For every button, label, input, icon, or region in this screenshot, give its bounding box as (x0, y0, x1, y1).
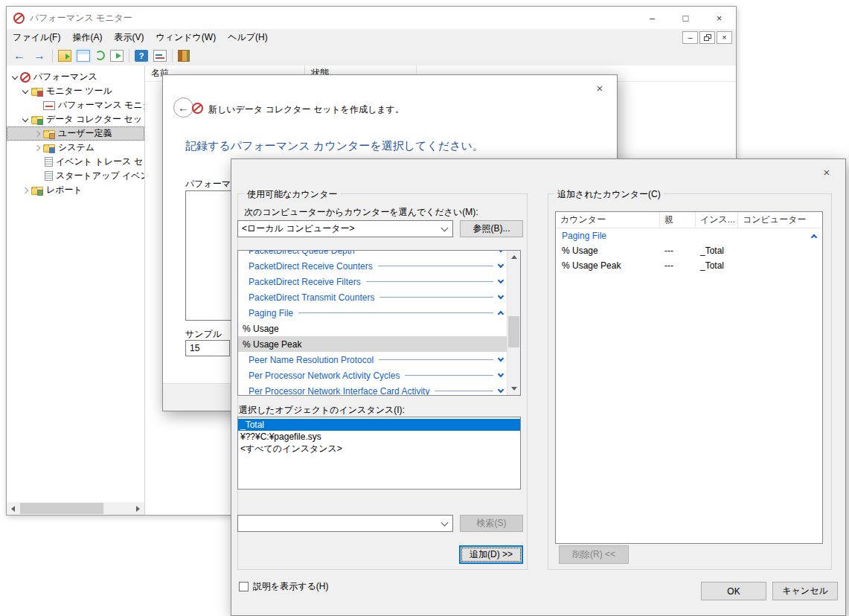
connector-line (366, 281, 493, 282)
menu-view[interactable]: 表示(V) (108, 29, 150, 45)
expand-collapse-icon[interactable] (32, 132, 42, 136)
chevron-down-icon[interactable] (498, 262, 504, 268)
chevron-down-icon[interactable] (498, 251, 504, 252)
counter-group-label: PacketDirect Transmit Counters (249, 292, 374, 303)
tree-item-reports[interactable]: レポート (7, 183, 144, 197)
tree-item-performance-root[interactable]: パフォーマンス (7, 70, 144, 84)
column-header-parent[interactable]: 親 (660, 212, 696, 228)
chevron-down-icon[interactable] (498, 387, 504, 393)
scrollbar-thumb[interactable] (20, 503, 103, 514)
menu-window[interactable]: ウィンドウ(W) (150, 29, 222, 45)
tree-item-startup-event-trace[interactable]: スタートアップ イベント トレ- (7, 169, 144, 183)
expand-collapse-icon[interactable] (20, 90, 31, 93)
maximize-button[interactable]: □ (669, 7, 702, 29)
instance-row-total[interactable]: _Total (238, 419, 520, 431)
expand-collapse-icon[interactable] (20, 118, 31, 121)
mdi-restore-button[interactable] (699, 31, 715, 44)
menu-action[interactable]: 操作(A) (66, 29, 108, 45)
scroll-down-icon[interactable] (507, 382, 520, 395)
counter-group-row[interactable]: PacketDirect Receive Filters (238, 274, 507, 289)
scroll-up-icon[interactable] (507, 251, 520, 263)
expand-collapse-icon[interactable] (10, 76, 20, 79)
checkbox-icon[interactable] (239, 582, 249, 591)
perfmon-logo-icon (20, 72, 31, 83)
column-header-computer[interactable]: コンピューター (738, 212, 822, 228)
save-settings-icon[interactable] (58, 50, 71, 62)
chevron-down-icon[interactable] (498, 293, 504, 299)
export-icon[interactable] (110, 50, 124, 62)
chevron-down-icon[interactable] (498, 277, 504, 283)
added-counters-table[interactable]: カウンター 親 インス... コンピューター Paging File % Usa… (555, 211, 823, 544)
show-description-checkbox[interactable]: 説明を表示する(H) (239, 580, 329, 593)
counter-group-row[interactable]: Peer Name Resolution Protocol (238, 352, 507, 368)
horizontal-scrollbar[interactable] (7, 502, 144, 515)
instance-row-pagefile[interactable]: ¥??¥C:¥pagefile.sys (238, 431, 520, 443)
connector-line (405, 375, 493, 376)
browse-button[interactable]: 参照(B)... (460, 220, 523, 237)
counter-row-usage[interactable]: % Usage (238, 321, 507, 336)
cancel-button[interactable]: キャンセル (772, 582, 838, 600)
counter-group-row[interactable]: PacketDirect Queue Depth (238, 251, 507, 258)
counter-group-row[interactable]: PacketDirect Transmit Counters (238, 289, 507, 305)
refresh-icon[interactable] (95, 51, 105, 60)
tree-item-event-trace-sessions[interactable]: イベント トレース セッション (7, 155, 144, 169)
connector-line (298, 312, 493, 313)
chevron-up-icon[interactable] (811, 234, 817, 239)
column-header-instance[interactable]: インス... (696, 212, 738, 228)
vertical-scrollbar[interactable] (507, 251, 520, 395)
sample-interval-input[interactable]: 15 (185, 340, 230, 356)
table-row-paging-file[interactable]: Paging File (556, 228, 822, 243)
chevron-up-icon[interactable] (498, 311, 504, 317)
table-row-usage-peak[interactable]: % Usage Peak --- _Total (556, 258, 822, 273)
add-counters-dialog: × 使用可能なカウンター 追加されたカウンター(C) 次のコンピューターからカウ… (231, 158, 846, 616)
connector-line (379, 359, 493, 360)
back-icon[interactable]: ← (12, 49, 27, 62)
tree-item-monitor-tools[interactable]: モニター ツール (7, 84, 144, 98)
toolbar: ← → ? (7, 45, 736, 66)
column-header-counter[interactable]: カウンター (556, 212, 660, 228)
computer-combobox[interactable]: <ローカル コンピューター> (237, 220, 453, 237)
search-button[interactable]: 検索(S) (460, 515, 523, 532)
table-row-usage[interactable]: % Usage --- _Total (556, 243, 822, 258)
expand-collapse-icon[interactable] (20, 188, 31, 193)
mdi-minimize-button[interactable]: – (682, 31, 698, 44)
mdi-close-button[interactable]: × (717, 31, 732, 44)
chevron-down-icon[interactable] (441, 224, 449, 231)
instance-search-combobox[interactable] (237, 515, 453, 532)
back-button[interactable]: ← (173, 97, 193, 118)
computer-combobox-value: <ローカル コンピューター> (242, 222, 355, 235)
chevron-down-icon[interactable] (441, 519, 449, 526)
counter-group-row-paging-file[interactable]: Paging File (238, 305, 507, 321)
ok-button[interactable]: OK (701, 582, 766, 600)
forward-icon[interactable]: → (32, 49, 47, 62)
menu-help[interactable]: ヘルプ(H) (222, 29, 274, 45)
counter-row-usage-peak[interactable]: % Usage Peak (238, 336, 507, 352)
add-button[interactable]: 追加(D) >> (459, 545, 523, 564)
counter-group-row[interactable]: Per Processor Network Interface Card Act… (238, 383, 507, 395)
view-current-activity-icon[interactable] (77, 50, 90, 62)
counter-group-row[interactable]: PacketDirect Receive Counters (238, 258, 507, 274)
tree-item-system[interactable]: システム (7, 141, 144, 155)
tree-item-data-collector-sets[interactable]: データ コレクター セット (7, 112, 144, 126)
scroll-left-icon[interactable] (7, 502, 19, 515)
tree-item-user-defined[interactable]: ユーザー定義 (7, 126, 144, 141)
remove-button[interactable]: 削除(R) << (559, 545, 629, 564)
minimize-button[interactable]: – (635, 7, 669, 29)
scroll-right-icon[interactable] (132, 502, 144, 515)
instance-row-all-instances[interactable]: <すべてのインスタンス> (238, 443, 520, 455)
available-counters-list[interactable]: PacketDirect Queue Depth PacketDirect Re… (237, 250, 521, 396)
tree-item-performance-monitor[interactable]: パフォーマンス モニター (7, 98, 144, 112)
menu-file[interactable]: ファイル(F) (7, 29, 66, 45)
counter-group-row[interactable]: Per Processor Network Activity Cycles (238, 368, 507, 383)
chevron-down-icon[interactable] (498, 356, 504, 362)
chart-window-icon[interactable] (153, 50, 167, 62)
close-icon[interactable]: × (816, 164, 838, 180)
scrollbar-thumb[interactable] (508, 316, 519, 347)
instances-list[interactable]: _Total ¥??¥C:¥pagefile.sys <すべてのインスタンス> (237, 417, 521, 490)
chevron-down-icon[interactable] (498, 371, 504, 377)
close-button[interactable]: × (702, 7, 736, 29)
library-icon[interactable] (178, 50, 190, 62)
expand-collapse-icon[interactable] (32, 146, 42, 150)
close-icon[interactable]: × (589, 80, 611, 96)
help-icon[interactable]: ? (135, 50, 148, 62)
